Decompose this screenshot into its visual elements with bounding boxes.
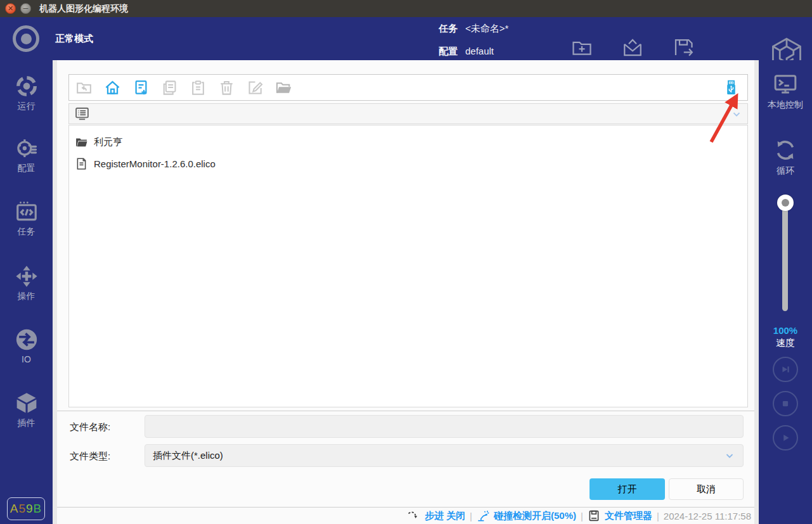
- stop-icon: [778, 397, 792, 411]
- file-name: 利元亨: [94, 136, 122, 148]
- file-type-value: 插件文件(*.elico): [153, 450, 223, 462]
- copy-icon: [161, 79, 178, 96]
- list-item-file[interactable]: RegisterMonitor-1.2.6.0.elico: [69, 153, 747, 174]
- close-icon[interactable]: ✕: [5, 3, 16, 14]
- gear-icon: [0, 136, 53, 160]
- sidebar-item-label: 本地控制: [759, 99, 812, 111]
- sidebar-item-label: 任务: [0, 226, 53, 238]
- skip-next-icon: [778, 362, 792, 376]
- edit-pencil-icon: [247, 79, 264, 96]
- sidebar-item-label: 配置: [0, 163, 53, 174]
- sidebar-item-plugin[interactable]: 插件: [0, 391, 53, 429]
- speed-slider-track[interactable]: [782, 206, 788, 311]
- badge-char: 9: [26, 502, 34, 516]
- collision-detect-icon: [477, 509, 489, 522]
- task-info: 任务 <未命名>*: [439, 23, 508, 35]
- task-value: <未命名>*: [465, 23, 508, 35]
- separator: |: [470, 511, 472, 521]
- mode-label: 正常模式: [55, 17, 93, 60]
- copy-button[interactable]: [161, 79, 178, 96]
- paste-button[interactable]: [190, 79, 207, 96]
- step-status[interactable]: 步进 关闭: [425, 510, 465, 522]
- save-icon: [667, 36, 700, 59]
- run-target-icon: [0, 74, 53, 98]
- folder-icon: [75, 136, 88, 149]
- document-icon: [75, 157, 88, 170]
- sidebar-item-label: IO: [0, 354, 53, 364]
- usb-device-button[interactable]: [723, 79, 740, 96]
- separator: |: [657, 511, 659, 521]
- file-name-input[interactable]: [145, 415, 744, 438]
- open-envelope-icon: [616, 36, 649, 59]
- mode-indicator-icon: [13, 25, 39, 52]
- sidebar-item-label: 循环: [759, 165, 812, 177]
- usb-drive-icon: [723, 79, 740, 96]
- app-window: { "titlebar": { "title": "机器人图形化编程环境" },…: [0, 0, 812, 524]
- file-list: 利元亨 RegisterMonitor-1.2.6.0.elico: [68, 125, 748, 407]
- code-window-icon: [0, 200, 53, 224]
- new-file-button[interactable]: [132, 79, 150, 96]
- status-badge: A 5 9 B: [7, 497, 45, 520]
- rename-button[interactable]: [247, 79, 264, 96]
- main-area: 利元亨 RegisterMonitor-1.2.6.0.elico 文件名称: …: [53, 60, 759, 524]
- delete-button[interactable]: [218, 79, 235, 96]
- step-mode-icon: [408, 509, 420, 522]
- config-info: 配置 default: [439, 46, 494, 58]
- home-icon: [104, 79, 121, 96]
- file-name: RegisterMonitor-1.2.6.0.elico: [94, 158, 216, 169]
- open-folder-icon: [275, 79, 292, 96]
- step-next-button[interactable]: [773, 357, 798, 382]
- open-folder-button[interactable]: [275, 79, 292, 96]
- home-button[interactable]: [104, 79, 121, 96]
- cube-icon: [0, 391, 53, 415]
- speed-readout: 100% 速度: [759, 325, 812, 349]
- sidebar-item-task[interactable]: 任务: [0, 200, 53, 238]
- stop-button[interactable]: [773, 391, 798, 416]
- minimize-icon[interactable]: ─: [20, 3, 31, 14]
- chevron-down-icon[interactable]: [731, 108, 742, 120]
- config-value: default: [465, 46, 494, 58]
- back-button[interactable]: [75, 79, 93, 96]
- left-sidebar: 运行 配置 任务 操作: [0, 60, 53, 524]
- paste-icon: [190, 79, 207, 96]
- task-label: 任务: [439, 23, 458, 35]
- list-item-folder[interactable]: 利元亨: [69, 131, 747, 153]
- sidebar-item-label: 插件: [0, 418, 53, 429]
- sidebar-item-run[interactable]: 运行: [0, 74, 53, 112]
- loop-icon: [759, 137, 812, 163]
- new-folder-icon: [565, 36, 598, 59]
- location-combobox[interactable]: [68, 103, 748, 124]
- new-document-icon: [132, 79, 150, 96]
- open-button[interactable]: 打开: [590, 478, 665, 500]
- collision-status[interactable]: 碰撞检测开启(50%): [494, 510, 576, 522]
- file-name-label: 文件名称:: [70, 421, 110, 433]
- trash-icon: [218, 79, 235, 96]
- speed-slider-handle[interactable]: [777, 195, 794, 211]
- sidebar-item-label: 运行: [0, 101, 53, 112]
- sidebar-item-loop[interactable]: 循环: [759, 137, 812, 177]
- play-icon: [778, 431, 792, 445]
- folder-back-icon: [75, 79, 93, 96]
- file-type-label: 文件类型:: [70, 451, 110, 463]
- sidebar-item-local-control[interactable]: 本地控制: [759, 72, 812, 111]
- file-dialog-toolbar: [68, 74, 748, 101]
- config-label: 配置: [439, 46, 458, 58]
- status-bar: 步进 关闭 | 碰撞检测开启(50%) | 文件管理器 | 2024-12-25…: [57, 507, 754, 524]
- play-button[interactable]: [773, 425, 798, 451]
- chevron-down-icon: [724, 450, 735, 461]
- cancel-button[interactable]: 取消: [669, 478, 744, 500]
- file-manager-icon: [588, 509, 600, 522]
- badge-char: A: [10, 502, 19, 516]
- speed-percent: 100%: [759, 325, 812, 336]
- badge-char: B: [34, 502, 42, 516]
- file-type-select[interactable]: 插件文件(*.elico): [145, 444, 744, 467]
- sidebar-item-operate[interactable]: 操作: [0, 264, 53, 302]
- sidebar-item-label: 操作: [0, 291, 53, 302]
- move-arrows-icon: [0, 264, 53, 288]
- file-manager-status[interactable]: 文件管理器: [605, 510, 652, 522]
- sidebar-item-io[interactable]: IO: [0, 328, 53, 364]
- sidebar-item-config[interactable]: 配置: [0, 136, 53, 174]
- titlebar: ✕ ─ 机器人图形化编程环境: [0, 0, 812, 17]
- header: 正常模式 任务 <未命名>* 配置 default 新建 打开 保存: [0, 17, 812, 60]
- file-dialog-form: 文件名称: 文件类型: 插件文件(*.elico) 打开 取消: [57, 411, 754, 507]
